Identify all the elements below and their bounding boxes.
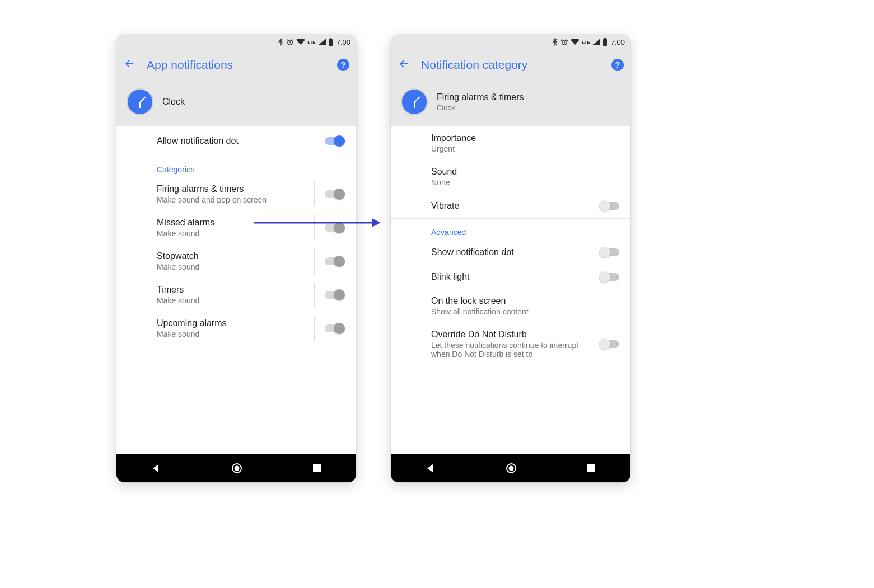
bluetooth-icon	[551, 38, 558, 46]
stage: LTE 7:00 App notifications ? Clock Allow	[0, 0, 874, 588]
wifi-icon	[296, 39, 305, 45]
svg-point-10	[509, 466, 514, 471]
override-dnd-row[interactable]: Override Do Not Disturb Let these notifi…	[391, 323, 630, 381]
advanced-header: Advanced	[391, 219, 630, 240]
status-bar: LTE 7:00	[116, 35, 356, 49]
categories-header: Categories	[116, 156, 356, 177]
category-title: Upcoming alarms	[157, 318, 319, 328]
dnd-switch[interactable]	[599, 338, 619, 350]
divider-vertical	[314, 182, 315, 206]
battery-icon	[328, 38, 333, 46]
back-icon[interactable]	[123, 58, 135, 72]
lock-value: Show all notification content	[431, 307, 614, 316]
blink-label: Blink light	[431, 272, 593, 282]
divider-vertical	[314, 316, 315, 341]
wifi-icon	[571, 39, 579, 45]
show-dot-label: Show notification dot	[431, 247, 593, 257]
lock-screen-row[interactable]: On the lock screen Show all notification…	[391, 289, 630, 323]
nav-home-icon[interactable]	[231, 462, 243, 474]
svg-rect-7	[603, 39, 607, 46]
content: Importance Urgent Sound None Vibrate Adv…	[391, 126, 630, 381]
category-switch[interactable]	[325, 189, 345, 200]
category-stopwatch[interactable]: Stopwatch Make sound	[116, 244, 356, 278]
category-upcoming-alarms[interactable]: Upcoming alarms Make sound	[116, 312, 356, 345]
back-icon[interactable]	[398, 58, 410, 72]
category-sub: Make sound	[157, 229, 319, 238]
android-navbar	[391, 454, 630, 482]
svg-rect-11	[587, 464, 595, 472]
svg-rect-2	[330, 38, 331, 39]
sound-value: None	[431, 178, 614, 187]
category-sub: Make sound	[157, 330, 319, 338]
signal-icon	[318, 39, 326, 45]
alarm-icon	[286, 38, 294, 46]
category-switch[interactable]	[325, 323, 345, 334]
content: Allow notification dot Categories Firing…	[116, 126, 356, 345]
help-icon[interactable]: ?	[611, 59, 624, 71]
nav-back-icon[interactable]	[151, 463, 161, 473]
show-dot-row[interactable]: Show notification dot	[391, 240, 630, 265]
page-title: Notification category	[421, 58, 600, 72]
lock-label: On the lock screen	[431, 296, 614, 306]
category-sub: Make sound	[157, 262, 319, 271]
nav-home-icon[interactable]	[505, 462, 517, 474]
lte-icon: LTE	[307, 40, 316, 45]
dnd-sub: Let these notifications continue to inte…	[431, 341, 593, 359]
alarm-icon	[560, 38, 568, 46]
app-name-sub: Clock	[437, 104, 524, 112]
category-switch[interactable]	[325, 256, 345, 267]
phone-notification-category: LTE 7:00 Notification category ? Firing …	[391, 35, 630, 482]
app-bar: Notification category ?	[391, 49, 630, 81]
category-firing-alarms[interactable]: Firing alarms & timers Make sound and po…	[116, 177, 356, 211]
category-switch[interactable]	[325, 222, 345, 233]
nav-recent-icon[interactable]	[312, 464, 321, 473]
svg-rect-5	[313, 464, 321, 472]
battery-icon	[602, 38, 607, 46]
importance-row[interactable]: Importance Urgent	[391, 126, 630, 160]
blink-switch[interactable]	[599, 271, 619, 283]
vibrate-switch[interactable]	[599, 200, 619, 211]
sound-row[interactable]: Sound None	[391, 160, 630, 194]
nav-back-icon[interactable]	[426, 463, 436, 473]
clock-app-icon	[128, 90, 152, 114]
category-timers[interactable]: Timers Make sound	[116, 278, 356, 312]
svg-rect-8	[604, 38, 606, 39]
app-name: Clock	[162, 97, 185, 107]
allow-dot-label: Allow notification dot	[157, 136, 319, 146]
help-icon[interactable]: ?	[337, 59, 349, 71]
svg-rect-1	[329, 39, 333, 46]
android-navbar	[116, 454, 356, 482]
allow-notification-dot-row[interactable]: Allow notification dot	[116, 126, 356, 156]
status-time: 7:00	[611, 38, 625, 46]
divider-vertical	[314, 215, 315, 240]
lte-icon: LTE	[582, 40, 590, 45]
importance-value: Urgent	[431, 144, 614, 153]
category-switch[interactable]	[325, 289, 345, 300]
channel-name: Firing alarms & timers	[437, 92, 524, 102]
app-bar: App notifications ?	[116, 49, 356, 81]
vibrate-label: Vibrate	[431, 201, 593, 211]
category-sub: Make sound	[157, 296, 319, 305]
status-bar: LTE 7:00	[391, 35, 630, 49]
bluetooth-icon	[277, 38, 284, 46]
allow-dot-switch[interactable]	[325, 135, 345, 147]
svg-point-4	[235, 466, 240, 471]
nav-recent-icon[interactable]	[587, 464, 596, 473]
status-time: 7:00	[336, 38, 350, 46]
divider-vertical	[314, 249, 315, 274]
clock-app-icon	[402, 90, 427, 114]
vibrate-row[interactable]: Vibrate	[391, 194, 630, 218]
app-header: Firing alarms & timers Clock	[391, 81, 630, 126]
signal-icon	[592, 39, 600, 45]
category-title: Missed alarms	[157, 218, 319, 228]
blink-light-row[interactable]: Blink light	[391, 265, 630, 289]
page-title: App notifications	[147, 58, 326, 72]
app-header: Clock	[116, 81, 356, 126]
sound-label: Sound	[431, 167, 614, 177]
importance-label: Importance	[431, 133, 614, 143]
show-dot-switch[interactable]	[599, 247, 619, 258]
category-title: Firing alarms & timers	[157, 184, 319, 194]
divider-vertical	[314, 283, 315, 307]
category-missed-alarms[interactable]: Missed alarms Make sound	[116, 211, 356, 244]
category-title: Timers	[157, 285, 319, 295]
